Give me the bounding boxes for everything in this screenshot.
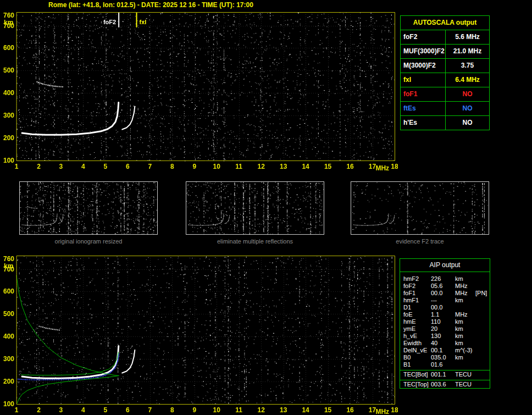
param-value: 01.6 (431, 361, 455, 368)
autoscala-row-ftEs: ftEs NO (401, 102, 489, 116)
param-unit: km (455, 318, 475, 325)
aip-table-header: AIP output (400, 259, 490, 272)
ionogram-profile-plot (0, 254, 398, 415)
aip-row-hmE: hmE 110 km (400, 318, 490, 325)
param-name: hmF2 (400, 275, 431, 283)
param-note (475, 361, 490, 368)
thumbnail-plot (20, 182, 157, 234)
param-value: 003.6 (431, 381, 455, 388)
param-label: fxI (401, 73, 446, 87)
param-value: 20 (431, 325, 455, 333)
thumbnail-eliminate-reflections (186, 181, 324, 235)
autoscala-output-table: AUTOSCALA output foF2 5.6 MHz MUF(3000)F… (400, 15, 490, 130)
thumbnail-original-ionogram (19, 181, 158, 235)
aip-row-hvE: h_vE 130 km (400, 333, 490, 340)
param-note (475, 354, 490, 361)
param-name: ymE (400, 325, 431, 333)
param-value: 3.75 (446, 59, 489, 73)
param-name: TEC[Bot] (400, 371, 431, 378)
param-unit (455, 361, 475, 368)
param-name: D1 (400, 304, 431, 311)
aip-row-DelN: DelN_vE 00.1 m^(-3) (400, 347, 490, 354)
aip-row-B1: B1 01.6 (400, 361, 490, 368)
aip-row-foF2: foF2 05.6 MHz (400, 283, 490, 290)
thumbnail-caption: evidence F2 trace (351, 238, 489, 245)
param-name: B1 (400, 361, 431, 368)
param-name: B0 (400, 354, 431, 361)
param-unit: MHz (455, 290, 475, 297)
param-unit: km (455, 333, 475, 340)
param-value: 1.1 (431, 311, 455, 318)
param-value: 110 (431, 318, 455, 325)
param-name: foE (400, 311, 431, 318)
param-name: TEC[Top] (400, 381, 431, 388)
aip-output-table: AIP output hmF2 226 km foF2 05.6 MHz foF… (400, 258, 490, 389)
thumbnail-plot (351, 182, 489, 234)
aip-row-foF1: foF1 00.0 MHz [PN] (400, 290, 490, 297)
param-note (475, 275, 490, 283)
param-unit: TECU (455, 371, 475, 378)
param-value: 035.0 (431, 354, 455, 361)
autoscala-window: Rome (lat: +41.8, lon: 012.5) - DATE: 20… (0, 0, 532, 415)
param-label: foF1 (401, 87, 446, 101)
autoscala-row-fxI: fxI 6.4 MHz (401, 73, 489, 87)
autoscala-row-hEs: h'Es NO (401, 116, 489, 130)
page-title: Rome (lat: +41.8, lon: 012.5) - DATE: 20… (48, 1, 253, 9)
param-value: NO (446, 102, 489, 115)
param-label: foF2 (401, 30, 446, 44)
param-name: h_vE (400, 333, 431, 340)
param-unit: km (455, 340, 475, 347)
param-note (475, 318, 490, 325)
param-unit: m^(-3) (455, 347, 475, 354)
aip-row-foE: foE 1.1 MHz (400, 311, 490, 318)
thumbnail-plot (186, 182, 324, 234)
aip-row-tec-bot: TEC[Bot] 001.1 TECU (400, 371, 490, 378)
autoscala-row-m3000: M(3000)F2 3.75 (401, 59, 489, 73)
param-value: NO (446, 116, 489, 130)
param-note: [PN] (475, 290, 490, 297)
aip-row-hmF2: hmF2 226 km (400, 275, 490, 283)
autoscala-table-header: AUTOSCALA output (401, 16, 489, 30)
param-unit: km (455, 325, 475, 333)
param-unit: km (455, 297, 475, 304)
param-value: 05.6 (431, 283, 455, 290)
param-value: 001.1 (431, 371, 455, 378)
param-name: Ewidth (400, 340, 431, 347)
autoscala-row-muf: MUF(3000)F2 21.0 MHz (401, 45, 489, 59)
ionogram-main-plot (0, 11, 398, 171)
param-value: 6.4 MHz (446, 73, 489, 87)
param-unit (455, 304, 475, 311)
aip-row-hmF1: hmF1 --- km (400, 297, 490, 304)
param-unit: MHz (455, 283, 475, 290)
param-note (475, 325, 490, 333)
aip-row-tec-top: TEC[Top] 003.6 TECU (400, 381, 490, 388)
autoscala-row-foF2: foF2 5.6 MHz (401, 30, 489, 45)
param-label: ftEs (401, 102, 446, 115)
param-note (475, 333, 490, 340)
param-note (475, 347, 490, 354)
param-value: 00.0 (431, 304, 455, 311)
param-unit: km (455, 275, 475, 283)
param-note (475, 304, 490, 311)
autoscala-row-foF1: foF1 NO (401, 87, 489, 102)
param-value: 5.6 MHz (446, 30, 489, 44)
param-value: --- (431, 297, 455, 304)
thumbnail-caption: eliminate multiple reflections (186, 238, 324, 245)
param-value: 226 (431, 275, 455, 283)
param-name: DelN_vE (400, 347, 431, 354)
param-value: 00.0 (431, 290, 455, 297)
param-name: foF1 (400, 290, 431, 297)
param-note (475, 297, 490, 304)
param-name: hmF1 (400, 297, 431, 304)
param-value: 00.1 (431, 347, 455, 354)
thumbnail-caption: original ionogram resized (19, 238, 158, 245)
param-value: 21.0 MHz (446, 45, 489, 58)
param-label: MUF(3000)F2 (401, 45, 446, 58)
param-note (475, 311, 490, 318)
thumbnail-evidence-f2-trace (351, 181, 489, 235)
aip-row-ymE: ymE 20 km (400, 325, 490, 333)
param-label: h'Es (401, 116, 446, 130)
param-unit: km (455, 354, 475, 361)
param-value: NO (446, 87, 489, 101)
aip-row-B0: B0 035.0 km (400, 354, 490, 361)
